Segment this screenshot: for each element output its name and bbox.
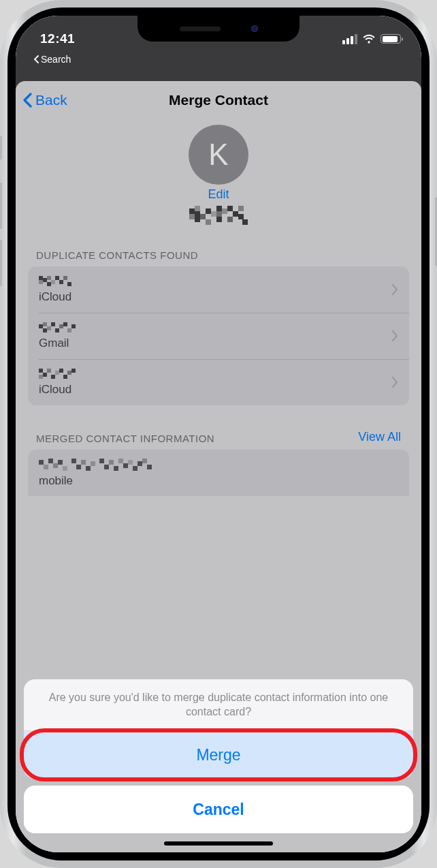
svg-rect-26 <box>59 280 63 284</box>
svg-rect-59 <box>91 461 95 466</box>
svg-rect-57 <box>81 460 86 465</box>
list-item[interactable]: mobile <box>28 450 409 496</box>
duplicates-list: iCloud Gmail iCloud <box>28 266 409 405</box>
svg-rect-9 <box>216 206 222 211</box>
svg-rect-12 <box>222 208 227 214</box>
svg-rect-55 <box>71 459 76 463</box>
svg-rect-39 <box>39 369 43 373</box>
svg-rect-20 <box>39 280 43 284</box>
merge-button[interactable]: Merge <box>24 731 413 779</box>
list-item[interactable]: iCloud <box>28 266 409 313</box>
svg-rect-11 <box>216 217 222 222</box>
svg-rect-43 <box>51 375 55 379</box>
svg-rect-33 <box>51 322 55 326</box>
sheet-message: Are you sure you'd like to merge duplica… <box>24 679 413 730</box>
breadcrumb-label: Search <box>41 54 71 65</box>
svg-rect-52 <box>53 463 58 468</box>
back-button[interactable]: Back <box>22 81 67 119</box>
svg-rect-27 <box>63 276 67 280</box>
svg-rect-34 <box>55 328 59 332</box>
chevron-right-icon <box>391 330 398 342</box>
svg-rect-48 <box>71 369 76 373</box>
svg-rect-29 <box>39 324 43 328</box>
svg-rect-42 <box>47 369 51 373</box>
svg-rect-50 <box>44 465 48 469</box>
redacted-name <box>39 322 78 335</box>
svg-rect-4 <box>195 217 200 222</box>
wifi-icon <box>362 34 376 44</box>
svg-rect-46 <box>63 375 67 379</box>
svg-rect-15 <box>233 211 238 217</box>
svg-rect-66 <box>128 460 133 465</box>
svg-rect-41 <box>43 373 47 377</box>
source-label: Gmail <box>39 337 78 350</box>
svg-rect-17 <box>238 214 244 219</box>
cancel-button[interactable]: Cancel <box>24 786 413 833</box>
home-indicator[interactable] <box>164 841 273 846</box>
svg-rect-16 <box>238 206 244 211</box>
svg-rect-2 <box>195 206 200 211</box>
chevron-right-icon <box>391 283 398 296</box>
page-title: Merge Contact <box>169 92 268 108</box>
svg-rect-3 <box>195 211 200 217</box>
section-merged-label: MERGED CONTACT INFORMATION <box>36 433 214 444</box>
svg-rect-54 <box>63 466 67 471</box>
svg-rect-44 <box>55 371 59 375</box>
svg-rect-5 <box>200 214 206 219</box>
svg-rect-22 <box>47 276 51 280</box>
svg-rect-56 <box>76 465 81 469</box>
svg-rect-21 <box>43 278 47 282</box>
svg-rect-7 <box>206 219 211 225</box>
svg-rect-37 <box>67 328 71 332</box>
source-label: iCloud <box>39 383 78 397</box>
svg-rect-10 <box>216 211 222 217</box>
contact-name <box>16 206 421 230</box>
svg-rect-67 <box>133 466 137 471</box>
svg-rect-58 <box>86 466 91 471</box>
view-all-button[interactable]: View All <box>358 430 401 444</box>
svg-rect-1 <box>189 214 195 219</box>
redacted-value <box>39 459 153 472</box>
chevron-right-icon <box>391 376 398 388</box>
edit-button[interactable]: Edit <box>16 187 421 202</box>
nav-bar: Back Merge Contact <box>16 81 421 119</box>
redacted-name <box>39 369 78 381</box>
svg-rect-47 <box>67 371 71 375</box>
svg-rect-51 <box>48 459 53 463</box>
redacted-name <box>39 276 74 288</box>
svg-rect-30 <box>43 322 47 326</box>
list-item[interactable]: Gmail <box>28 313 409 359</box>
svg-rect-32 <box>47 326 51 330</box>
svg-rect-53 <box>58 460 63 465</box>
device-notch <box>137 16 300 42</box>
svg-rect-25 <box>55 276 59 280</box>
svg-rect-69 <box>142 459 147 463</box>
svg-rect-36 <box>63 322 67 326</box>
breadcrumb-back[interactable]: Search <box>33 54 71 65</box>
source-label: iCloud <box>39 290 74 304</box>
svg-rect-31 <box>43 328 47 332</box>
svg-rect-60 <box>99 459 104 463</box>
merged-info-list: mobile <box>28 450 409 496</box>
svg-rect-8 <box>211 211 216 217</box>
field-label: mobile <box>39 474 153 488</box>
svg-rect-13 <box>227 206 233 211</box>
svg-rect-24 <box>51 280 55 284</box>
action-sheet: Are you sure you'd like to merge duplica… <box>16 679 421 852</box>
avatar: K <box>189 125 248 185</box>
list-item[interactable]: iCloud <box>28 359 409 405</box>
svg-rect-40 <box>39 375 43 379</box>
section-duplicates-label: DUPLICATE CONTACTS FOUND <box>36 249 198 261</box>
battery-icon <box>381 34 401 44</box>
svg-rect-63 <box>114 466 118 471</box>
svg-rect-23 <box>47 282 51 286</box>
svg-rect-28 <box>67 282 71 286</box>
svg-rect-45 <box>59 369 63 373</box>
svg-rect-14 <box>227 217 233 222</box>
svg-rect-0 <box>189 208 195 214</box>
svg-rect-35 <box>59 324 63 328</box>
svg-rect-18 <box>242 219 248 225</box>
svg-rect-19 <box>39 276 43 280</box>
svg-rect-62 <box>109 460 114 465</box>
svg-rect-49 <box>39 460 44 465</box>
